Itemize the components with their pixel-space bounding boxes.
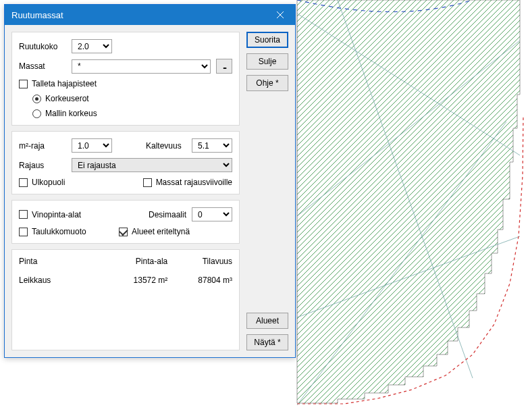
desimaalit-select[interactable]: 0 (192, 207, 232, 221)
talleta-hajapisteet-label: Talleta hajapisteet (32, 79, 97, 88)
close-button[interactable] (265, 5, 295, 25)
rajaus-select[interactable]: Ei rajausta (72, 158, 232, 172)
massat-select[interactable]: * (72, 59, 211, 74)
titlebar[interactable]: Ruutumassat (5, 5, 295, 25)
massat-rajausviivoille-checkbox[interactable]: Massat rajausviivoille (143, 178, 232, 187)
panel-rajaus: m²-raja 1.0 Kaltevuus 5.1 Rajaus Ei raja… (11, 131, 240, 194)
m2raja-label: m²-raja (19, 141, 66, 151)
sulje-button[interactable]: Sulje (246, 53, 288, 70)
ruutukoko-label: Ruutukoko (19, 42, 66, 51)
kaltevuus-label: Kaltevuus (146, 141, 186, 151)
checkbox-icon (19, 228, 28, 236)
results-header-pinta: Pinta (19, 257, 103, 266)
ruutumassat-dialog: Ruutumassat Ruutukoko 2.0 Massat * (4, 4, 296, 358)
desimaalit-label: Desimaalit (119, 210, 186, 219)
result-tilavuus: 87804 m³ (167, 275, 232, 285)
korkeuserot-radio[interactable]: Korkeuserot (32, 94, 232, 103)
ohje-button[interactable]: Ohje * (246, 75, 288, 91)
massat-browse-button[interactable]: ... (216, 59, 232, 74)
alueet-eriteltyna-checkbox[interactable]: Alueet eriteltynä (119, 227, 190, 236)
close-icon (276, 11, 284, 19)
checkbox-icon (143, 178, 152, 187)
radio-icon (32, 95, 41, 103)
checkbox-icon (19, 80, 28, 88)
results-header-pinta-ala: Pinta-ala (103, 257, 167, 266)
korkeuserot-label: Korkeuserot (45, 94, 89, 103)
panel-output: Vinopinta-alat Desimaalit 0 Taulukkomuot… (11, 200, 240, 244)
results-header-tilavuus: Tilavuus (167, 257, 232, 266)
suorita-button[interactable]: Suorita (246, 32, 288, 48)
rajaus-label: Rajaus (19, 161, 66, 170)
dialog-title: Ruutumassat (11, 10, 265, 20)
ruutukoko-select[interactable]: 2.0 (72, 39, 112, 53)
vinopinta-alat-label: Vinopinta-alat (32, 210, 81, 219)
mallin-korkeus-radio[interactable]: Mallin korkeus (32, 109, 232, 118)
ulkopuoli-checkbox[interactable]: Ulkopuoli (19, 178, 65, 187)
panel-general: Ruutukoko 2.0 Massat * ... Talleta hajap… (11, 32, 240, 126)
alueet-eriteltyna-label: Alueet eriteltynä (132, 227, 190, 236)
panel-results: Pinta Pinta-ala Tilavuus Leikkaus 13572 … (11, 249, 240, 350)
results-row: Leikkaus 13572 m² 87804 m³ (19, 275, 232, 285)
radio-icon (32, 109, 41, 118)
nayta-button[interactable]: Näytä * (246, 334, 288, 350)
result-pinta-ala: 13572 m² (103, 275, 167, 285)
checkbox-icon (119, 228, 128, 236)
m2raja-select[interactable]: 1.0 (72, 138, 112, 153)
massat-rajausviivoille-label: Massat rajausviivoille (156, 178, 232, 187)
checkbox-icon (19, 178, 28, 187)
checkbox-icon (19, 210, 28, 219)
massat-label: Massat (19, 61, 66, 71)
mallin-korkeus-label: Mallin korkeus (45, 109, 97, 118)
taulukkomuoto-checkbox[interactable]: Taulukkomuoto (19, 227, 113, 236)
kaltevuus-select[interactable]: 5.1 (192, 138, 232, 153)
ulkopuoli-label: Ulkopuoli (32, 178, 65, 187)
taulukkomuoto-label: Taulukkomuoto (32, 227, 86, 236)
vinopinta-alat-checkbox[interactable]: Vinopinta-alat (19, 210, 113, 219)
result-pinta: Leikkaus (19, 275, 103, 285)
alueet-button[interactable]: Alueet (246, 313, 288, 329)
talleta-hajapisteet-checkbox[interactable]: Talleta hajapisteet (19, 79, 232, 88)
